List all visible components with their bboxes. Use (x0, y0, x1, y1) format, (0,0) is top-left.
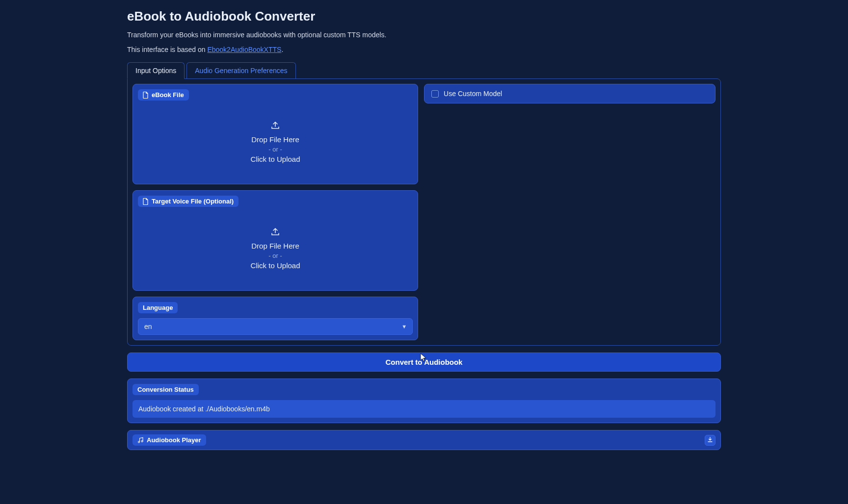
ebook-file-label: eBook File (152, 91, 184, 99)
voice-file-label: Target Voice File (Optional) (152, 198, 234, 205)
voice-dropzone[interactable]: Drop File Here - or - Click to Upload (138, 212, 413, 285)
based-on-link[interactable]: Ebook2AudioBookXTTS (207, 46, 281, 53)
based-on-text: This interface is based on Ebook2AudioBo… (127, 46, 721, 53)
or-text: - or - (268, 252, 282, 259)
status-badge: Conversion Status (132, 384, 199, 395)
music-icon (137, 437, 144, 443)
download-icon (707, 436, 713, 445)
language-select[interactable]: en (138, 318, 413, 335)
drop-text: Drop File Here (251, 135, 299, 144)
tab-audio-prefs[interactable]: Audio Generation Preferences (186, 62, 295, 79)
status-card: Conversion Status Audiobook created at .… (127, 378, 721, 423)
player-badge: Audiobook Player (132, 434, 206, 446)
player-label: Audiobook Player (147, 436, 201, 444)
upload-icon (270, 121, 280, 131)
language-card: Language en ▼ (132, 297, 418, 340)
language-label: Language (143, 304, 173, 311)
status-message: Audiobook created at ./Audiobooks/en.m4b (132, 400, 716, 418)
download-button[interactable] (705, 435, 716, 446)
click-upload-text: Click to Upload (251, 155, 300, 163)
custom-model-card: Use Custom Model (424, 84, 716, 103)
or-text: - or - (268, 146, 282, 153)
file-icon (143, 92, 149, 99)
click-upload-text: Click to Upload (251, 261, 300, 270)
voice-file-badge: Target Voice File (Optional) (138, 196, 238, 207)
convert-button[interactable]: Convert to Audiobook (127, 353, 721, 372)
voice-file-card: Target Voice File (Optional) Drop File H… (132, 190, 418, 291)
tab-panel-input: eBook File Drop File Here - or - Click t… (127, 78, 721, 346)
ebook-dropzone[interactable]: Drop File Here - or - Click to Upload (138, 105, 413, 179)
language-badge: Language (138, 302, 178, 313)
page-title: eBook to Audiobook Converter (127, 9, 721, 24)
player-card: Audiobook Player (127, 430, 721, 450)
status-label: Conversion Status (137, 386, 194, 393)
use-custom-model-checkbox[interactable] (431, 90, 439, 98)
based-on-suffix: . (281, 46, 283, 53)
use-custom-model-label: Use Custom Model (444, 90, 502, 98)
based-on-prefix: This interface is based on (127, 46, 207, 53)
page-subtitle: Transform your eBooks into immersive aud… (127, 31, 721, 39)
drop-text: Drop File Here (251, 242, 299, 250)
tabs: Input Options Audio Generation Preferenc… (127, 62, 721, 79)
file-icon (143, 198, 149, 205)
ebook-file-card: eBook File Drop File Here - or - Click t… (132, 84, 418, 184)
upload-icon (270, 227, 280, 238)
tab-input-options[interactable]: Input Options (127, 62, 185, 79)
ebook-file-badge: eBook File (138, 89, 189, 101)
